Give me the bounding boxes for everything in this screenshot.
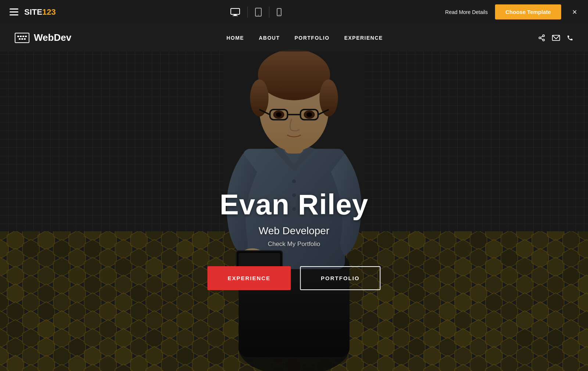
svg-rect-0	[231, 8, 240, 14]
site-nav-social-icons	[538, 34, 573, 42]
site-nav-links: HOME ABOUT PORTFOLIO EXPERIENCE	[226, 35, 383, 41]
desktop-view-button[interactable]	[223, 5, 247, 19]
svg-point-13	[250, 79, 268, 117]
svg-point-17	[276, 112, 282, 117]
svg-point-32	[543, 39, 545, 41]
hero-title: Web Developer	[207, 225, 380, 237]
site123-logo: SITE123	[7, 6, 56, 19]
svg-point-30	[543, 35, 545, 36]
svg-point-12	[258, 49, 330, 100]
share-icon-button[interactable]	[538, 34, 545, 42]
nav-item-experience[interactable]: EXPERIENCE	[344, 35, 383, 41]
hamburger-menu-icon[interactable]	[7, 6, 21, 19]
nav-item-portfolio[interactable]: PORTFOLIO	[294, 35, 329, 41]
nav-item-about[interactable]: ABOUT	[259, 35, 280, 41]
email-icon-button[interactable]	[552, 35, 560, 41]
nav-item-home[interactable]: HOME	[226, 35, 244, 41]
svg-line-33	[541, 38, 543, 39]
svg-rect-2	[233, 15, 238, 16]
site-logo: WebDev	[15, 32, 71, 43]
topbar-actions: Read More Details Choose Template ×	[445, 4, 581, 19]
keyboard-icon	[15, 33, 29, 43]
close-button[interactable]: ×	[569, 6, 581, 19]
site123-logo-text: SITE123	[24, 7, 56, 17]
svg-point-14	[319, 79, 338, 117]
site-navbar: WebDev HOME ABOUT PORTFOLIO EXPERIENCE	[0, 24, 588, 51]
device-selector	[67, 5, 445, 19]
svg-line-34	[541, 36, 543, 37]
hero-name: Evan Riley	[207, 188, 380, 221]
mobile-view-button[interactable]	[269, 5, 289, 19]
hero-subtitle: Check My Portfolio	[207, 240, 380, 248]
hero-content: Evan Riley Web Developer Check My Portfo…	[207, 188, 380, 290]
svg-point-31	[539, 37, 541, 39]
svg-point-20	[306, 112, 312, 117]
phone-icon-button[interactable]	[567, 34, 573, 42]
site-preview: WebDev HOME ABOUT PORTFOLIO EXPERIENCE	[0, 24, 588, 371]
read-more-button[interactable]: Read More Details	[445, 9, 488, 15]
choose-template-button[interactable]: Choose Template	[495, 4, 561, 19]
svg-point-4	[258, 15, 259, 15]
hero-buttons: EXPERIENCE PORTFOLIO	[207, 266, 380, 290]
site-logo-text: WebDev	[34, 32, 71, 43]
experience-button[interactable]: EXPERIENCE	[207, 266, 291, 290]
svg-point-6	[279, 14, 279, 15]
svg-point-24	[292, 179, 296, 183]
portfolio-button[interactable]: PORTFOLIO	[300, 266, 381, 290]
tablet-view-button[interactable]	[248, 5, 269, 19]
